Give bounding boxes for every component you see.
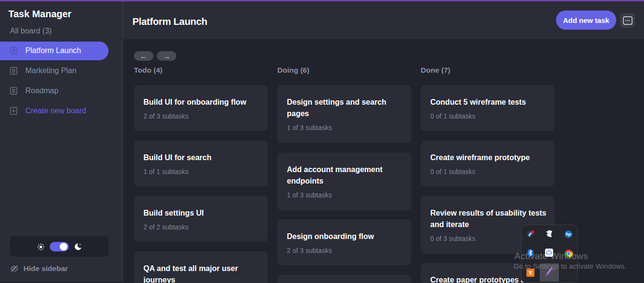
svg-text:hp: hp bbox=[566, 232, 571, 237]
